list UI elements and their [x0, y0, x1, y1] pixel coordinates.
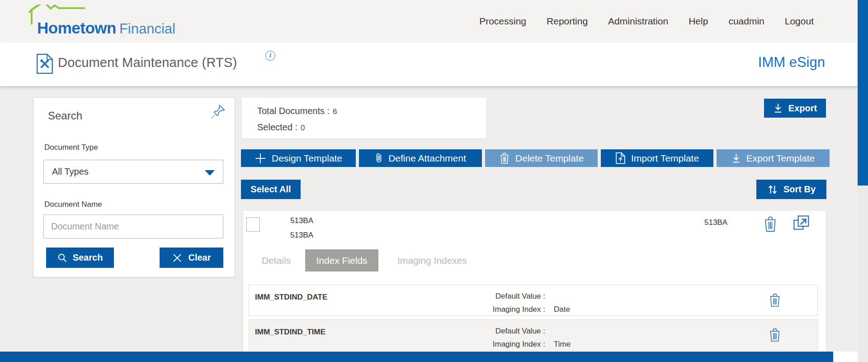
- document-type-value: All Types: [52, 167, 89, 177]
- info-icon[interactable]: i: [265, 51, 275, 61]
- tab-details[interactable]: Details: [251, 249, 301, 272]
- delete-index-field-button[interactable]: [769, 292, 781, 310]
- trash-icon: [499, 152, 510, 164]
- page-title: Document Maintenance (RTS): [58, 55, 237, 70]
- chevron-down-icon: [205, 170, 215, 176]
- selected-label: Selected :: [257, 122, 297, 132]
- main-nav: Processing Reporting Administration Help…: [479, 0, 814, 43]
- document-name-line2: 513BA: [290, 231, 313, 240]
- bottom-bar: [0, 352, 833, 362]
- imaging-index-label: Imaging Index :: [401, 340, 545, 349]
- selected-value: 0: [301, 124, 305, 132]
- imaging-index-value: Date: [554, 305, 570, 314]
- nav-item-user-cuadmin[interactable]: cuadmin: [728, 16, 764, 27]
- product-name: IMM eSign: [758, 54, 825, 71]
- document-type-label: Document Type: [44, 143, 98, 152]
- document-name-line1: 513BA: [290, 216, 313, 225]
- scrollbar[interactable]: [858, 0, 868, 362]
- index-field-name: IMM_STDIND_DATE: [255, 293, 327, 302]
- clear-button-label: Clear: [188, 252, 211, 263]
- tab-imaging-indexes[interactable]: Imaging Indexes: [385, 249, 480, 272]
- document-maintenance-icon: [36, 53, 53, 76]
- total-documents-label: Total Documents :: [257, 106, 330, 116]
- document-checkbox[interactable]: [246, 217, 260, 232]
- total-documents-value: 6: [333, 107, 337, 116]
- bottom-corner: [833, 352, 858, 362]
- search-button-label: Search: [73, 252, 103, 263]
- brand-name: Hometown: [37, 19, 116, 37]
- trash-icon: [769, 327, 781, 343]
- delete-document-button[interactable]: [763, 215, 778, 234]
- trash-icon: [763, 215, 778, 233]
- delete-template-button[interactable]: Delete Template: [485, 149, 598, 167]
- import-template-button[interactable]: Import Template: [601, 149, 713, 167]
- select-all-button[interactable]: Select All: [241, 180, 301, 199]
- default-value-label: Default Value :: [401, 292, 545, 301]
- document-card: 513BA 513BA 513BA Details Index Fields I…: [243, 211, 826, 352]
- total-documents: Total Documents :6: [257, 106, 337, 116]
- nav-item-reporting[interactable]: Reporting: [547, 16, 588, 27]
- nav-item-logout[interactable]: Logout: [785, 16, 814, 27]
- search-panel: Search Document Type All Types Document …: [33, 97, 235, 277]
- download-icon: [773, 103, 783, 114]
- define-attachment-button[interactable]: Define Attachment: [359, 149, 482, 167]
- trash-icon: [769, 292, 781, 308]
- open-document-button[interactable]: [792, 214, 811, 234]
- design-template-button[interactable]: Design Template: [241, 149, 356, 167]
- download-icon: [731, 153, 741, 164]
- document-tabs: Details Index Fields Imaging Indexes: [243, 249, 826, 272]
- default-value-label: Default Value :: [401, 327, 545, 336]
- paperclip-icon: [375, 152, 383, 164]
- export-button[interactable]: Export: [764, 99, 826, 118]
- top-nav-bar: HometownFinancial Processing Reporting A…: [0, 0, 868, 43]
- summary-card: Total Documents :6 Selected :0: [242, 98, 486, 138]
- export-template-button[interactable]: Export Template: [717, 149, 830, 167]
- sort-by-button[interactable]: Sort By: [756, 180, 826, 199]
- search-icon: [57, 253, 67, 263]
- selected-count: Selected :0: [257, 122, 305, 133]
- imaging-index-label: Imaging Index :: [401, 305, 545, 314]
- template-toolbar: Design Template Define Attachment Delete…: [241, 149, 830, 167]
- index-field-row: IMM_STDIND_TIME Default Value : Imaging …: [249, 319, 818, 351]
- document-code: 513BA: [704, 218, 727, 227]
- brand-logo[interactable]: HometownFinancial: [27, 3, 190, 41]
- sort-arrows-icon: [767, 184, 778, 195]
- nav-item-administration[interactable]: Administration: [608, 16, 668, 27]
- tab-index-fields[interactable]: Index Fields: [305, 249, 378, 272]
- nav-item-help[interactable]: Help: [689, 16, 708, 27]
- search-panel-title: Search: [48, 110, 82, 122]
- nav-item-processing[interactable]: Processing: [479, 16, 526, 27]
- pin-icon[interactable]: [209, 103, 226, 122]
- export-button-label: Export: [788, 103, 817, 114]
- plus-icon: [255, 152, 266, 164]
- document-name-input[interactable]: [43, 214, 223, 238]
- open-in-new-icon: [792, 214, 811, 233]
- imaging-index-value: Time: [554, 340, 571, 349]
- scrollbar-thumb[interactable]: [858, 0, 868, 186]
- document-name-label: Document Name: [44, 200, 102, 209]
- page-header: Document Maintenance (RTS) i IMM eSign: [0, 43, 868, 86]
- delete-index-field-button[interactable]: [769, 327, 781, 344]
- search-button[interactable]: Search: [46, 248, 114, 268]
- brand-name-secondary: Financial: [119, 21, 175, 37]
- document-type-select[interactable]: All Types: [43, 160, 223, 184]
- import-document-icon: [615, 152, 626, 164]
- clear-button[interactable]: Clear: [160, 248, 223, 268]
- close-icon: [172, 252, 183, 263]
- index-field-row: IMM_STDIND_DATE Default Value : Imaging …: [249, 285, 818, 316]
- index-field-name: IMM_STDIND_TIME: [255, 328, 326, 337]
